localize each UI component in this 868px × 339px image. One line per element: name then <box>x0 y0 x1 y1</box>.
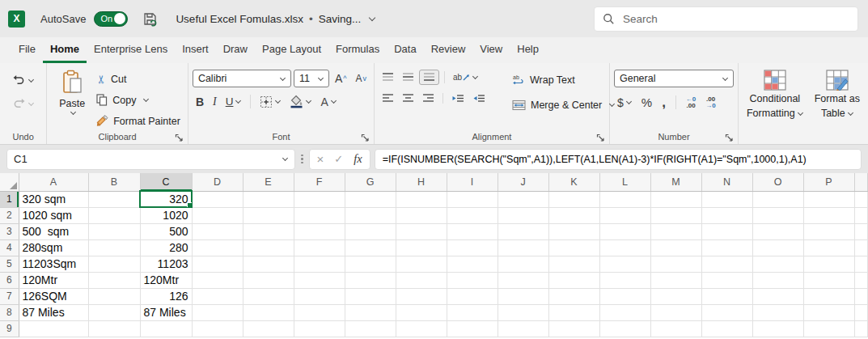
tab-view[interactable]: View <box>472 38 510 63</box>
column-header-L[interactable]: L <box>599 173 650 191</box>
column-header-G[interactable]: G <box>345 173 396 191</box>
cell-C5[interactable]: 11203 <box>140 256 192 272</box>
cell-J6[interactable] <box>498 272 548 288</box>
name-box[interactable]: C1 <box>6 149 295 170</box>
cell-C7[interactable]: 126 <box>140 288 192 304</box>
cell-N8[interactable] <box>701 304 752 320</box>
cell-I8[interactable] <box>447 304 498 320</box>
cell-L6[interactable] <box>599 272 650 288</box>
cell-D8[interactable] <box>192 304 243 320</box>
cell-K7[interactable] <box>548 288 599 304</box>
cell-A2[interactable]: 1020 sqm <box>19 207 88 223</box>
cell-D3[interactable] <box>192 223 243 239</box>
cell-P9[interactable] <box>803 320 854 337</box>
comma-style-button[interactable]: , <box>658 97 669 108</box>
cell-H1[interactable] <box>396 191 447 207</box>
decrease-font-size-button[interactable]: Av <box>352 71 370 86</box>
cell-D2[interactable] <box>192 207 243 223</box>
row-header-7[interactable]: 7 <box>0 288 19 304</box>
cell-N7[interactable] <box>701 288 752 304</box>
tab-enterprise-lens[interactable]: Enterprise Lens <box>87 38 175 63</box>
cell-O3[interactable] <box>752 223 803 239</box>
cell-M3[interactable] <box>650 223 701 239</box>
font-dialog-launcher-icon[interactable] <box>361 131 371 142</box>
decrease-decimal-button[interactable]: .00 →0 <box>702 95 718 111</box>
cell-P2[interactable] <box>803 207 854 223</box>
cell-I3[interactable] <box>447 223 498 239</box>
cell-O6[interactable] <box>752 272 803 288</box>
cell-H3[interactable] <box>396 223 447 239</box>
format-as-table-button[interactable]: Format as Table <box>811 68 864 121</box>
column-header-J[interactable]: J <box>498 173 548 191</box>
cell-P4[interactable] <box>803 239 854 256</box>
number-dialog-launcher-icon[interactable] <box>725 131 735 142</box>
cell-E4[interactable] <box>243 239 294 256</box>
cell-G8[interactable] <box>345 304 396 320</box>
column-header-D[interactable]: D <box>192 173 243 191</box>
cell-I2[interactable] <box>447 207 498 223</box>
cut-button[interactable]: ✂ Cut <box>93 69 184 89</box>
row-header-3[interactable]: 3 <box>0 223 19 239</box>
enter-button[interactable]: ✓ <box>334 153 343 165</box>
cell-F3[interactable] <box>294 223 345 239</box>
tab-help[interactable]: Help <box>510 38 546 63</box>
increase-indent-button[interactable] <box>469 91 489 105</box>
alignment-dialog-launcher-icon[interactable] <box>596 131 607 142</box>
cell-G9[interactable] <box>345 320 396 337</box>
drag-handle-icon[interactable] <box>299 155 305 164</box>
cell-K1[interactable] <box>548 191 599 207</box>
insert-function-button[interactable]: fx <box>354 152 362 166</box>
cell-J9[interactable] <box>498 320 548 337</box>
cell-B7[interactable] <box>88 288 140 304</box>
cell-J4[interactable] <box>498 239 548 256</box>
cell-P6[interactable] <box>803 272 854 288</box>
cell-J3[interactable] <box>498 223 548 239</box>
column-header-F[interactable]: F <box>294 173 345 191</box>
cell-K5[interactable] <box>548 256 599 272</box>
cell-D1[interactable] <box>192 191 243 207</box>
cell-N6[interactable] <box>701 272 752 288</box>
cell-H9[interactable] <box>396 320 447 337</box>
paste-button[interactable]: Paste <box>51 67 93 116</box>
cell-P1[interactable] <box>803 191 854 207</box>
excel-logo-icon[interactable]: X <box>8 11 25 28</box>
merge-center-button[interactable]: Merge & Center <box>508 95 619 115</box>
cell-F1[interactable] <box>294 191 345 207</box>
cell-K6[interactable] <box>548 272 599 288</box>
clipboard-dialog-launcher-icon[interactable] <box>175 131 185 142</box>
tab-page-layout[interactable]: Page Layout <box>255 38 328 63</box>
save-sync-icon[interactable] <box>142 11 158 27</box>
cell-A6[interactable]: 120Mtr <box>19 272 88 288</box>
percent-style-button[interactable]: % <box>638 94 655 111</box>
column-header-P[interactable]: P <box>803 173 854 191</box>
cell-K4[interactable] <box>548 239 599 256</box>
cell-M4[interactable] <box>650 239 701 256</box>
column-header-K[interactable]: K <box>548 173 599 191</box>
cancel-button[interactable]: × <box>317 152 324 166</box>
cell-P7[interactable] <box>803 288 854 304</box>
cell-F8[interactable] <box>294 304 345 320</box>
cell-H6[interactable] <box>396 272 447 288</box>
tab-formulas[interactable]: Formulas <box>328 38 387 63</box>
cell-L4[interactable] <box>599 239 650 256</box>
cell-E1[interactable] <box>243 191 294 207</box>
cell-G6[interactable] <box>345 272 396 288</box>
cell-A3[interactable]: 500 sqm <box>19 223 88 239</box>
cell-D4[interactable] <box>192 239 243 256</box>
cell-M7[interactable] <box>650 288 701 304</box>
cell-L2[interactable] <box>599 207 650 223</box>
cell-A7[interactable]: 126SQM <box>19 288 88 304</box>
cell-B6[interactable] <box>88 272 140 288</box>
cell-E3[interactable] <box>243 223 294 239</box>
cell-H4[interactable] <box>396 239 447 256</box>
cell-H8[interactable] <box>396 304 447 320</box>
cell-I6[interactable] <box>447 272 498 288</box>
copy-button[interactable]: Copy <box>93 90 184 110</box>
cell-D9[interactable] <box>192 320 243 337</box>
cell-M1[interactable] <box>650 191 701 207</box>
column-header-E[interactable]: E <box>243 173 294 191</box>
cell-L7[interactable] <box>599 288 650 304</box>
cell-F7[interactable] <box>294 288 345 304</box>
cell-O8[interactable] <box>752 304 803 320</box>
number-format-select[interactable]: General <box>614 70 734 87</box>
